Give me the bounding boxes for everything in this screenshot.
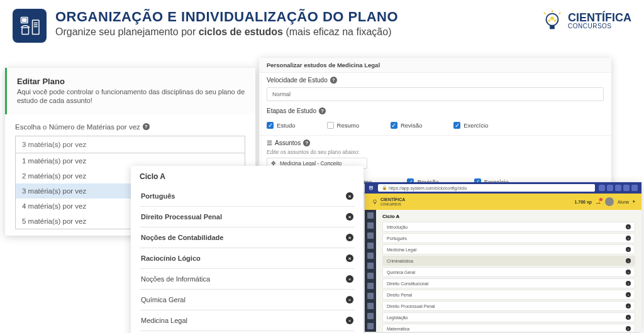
bulb-icon	[540, 9, 564, 33]
ciclo-item[interactable]: Direito Penal›	[382, 290, 635, 300]
svg-point-9	[550, 16, 554, 20]
ciclo-item[interactable]: Legislação›	[382, 312, 635, 322]
panel3-title: Personalizar estudos de Medicina Legal	[259, 58, 611, 73]
shield-icon: ⛨	[369, 185, 374, 191]
remove-icon[interactable]: ×	[346, 192, 353, 200]
velocity-value[interactable]: Normal	[267, 87, 604, 101]
ciclo-row[interactable]: Medicina Legal×	[140, 310, 355, 331]
brand-logo: CIENTÍFICA CONCURSOS	[540, 9, 631, 33]
ciclo-item[interactable]: Direito Processual Penal›	[382, 301, 635, 311]
item-action-icon[interactable]: ›	[626, 303, 631, 308]
page-header: ORGANIZAÇÃO E INDIVIDUALIZAÇÃO DO PLANO …	[0, 0, 644, 49]
svg-line-13	[544, 13, 546, 14]
remove-icon[interactable]: ×	[346, 275, 353, 283]
ciclo-row[interactable]: Noções de Informática×	[140, 269, 355, 290]
page-title: ORGANIZAÇÃO E INDIVIDUALIZAÇÃO DO PLANO	[55, 9, 531, 25]
assuntos-hint: Edite os assuntos do seu plano abaixo:	[267, 149, 604, 155]
remove-icon[interactable]: ×	[346, 296, 353, 303]
user-name[interactable]: Aluna	[618, 200, 629, 204]
brand-sub: CONCURSOS	[568, 23, 631, 30]
ciclo-item[interactable]: Matemática›	[382, 324, 635, 332]
ciclo-a-title: Ciclo A	[131, 166, 364, 186]
ciclo-item[interactable]: Introdução›	[382, 222, 635, 232]
panel-browser: ⛨ 🔒 https://app.system.com/ciclo/config/…	[365, 182, 641, 332]
ext-icon[interactable]	[631, 185, 638, 191]
browser-toolbar: ⛨ 🔒 https://app.system.com/ciclo/config/…	[365, 182, 641, 194]
sidebar-item[interactable]	[367, 293, 374, 299]
help-icon[interactable]: ?	[319, 107, 326, 114]
plan-icon	[13, 9, 47, 43]
ciclo-row[interactable]: Noções de Contabilidade×	[140, 227, 355, 248]
sidebar-item[interactable]	[367, 273, 374, 279]
item-action-icon[interactable]: ›	[626, 258, 631, 263]
panel-ciclo-a: Ciclo A Português×Direito Processual Pen…	[131, 166, 364, 333]
ext-icon[interactable]	[599, 185, 605, 191]
header-text: ORGANIZAÇÃO E INDIVIDUALIZAÇÃO DO PLANO …	[55, 9, 531, 38]
checkbox-estudo[interactable]: ✓Estudo	[267, 122, 296, 129]
sidebar-item[interactable]	[367, 313, 374, 319]
sidebar	[365, 210, 376, 332]
sidebar-item[interactable]	[367, 232, 374, 239]
panel1-desc: Aqui você pode controlar o funcionamento…	[17, 87, 245, 106]
ext-icon[interactable]	[615, 185, 621, 191]
sidebar-item[interactable]	[367, 323, 374, 329]
sidebar-item[interactable]	[367, 283, 374, 289]
svg-point-16	[374, 200, 377, 203]
svg-point-10	[548, 19, 550, 22]
ciclo-item[interactable]: Química Geral›	[382, 267, 635, 277]
sidebar-item[interactable]	[367, 243, 374, 249]
svg-rect-17	[374, 203, 375, 204]
ciclo-item[interactable]: Português›	[382, 233, 635, 243]
ciclo-item[interactable]: Direito Constitucional›	[382, 278, 635, 288]
item-action-icon[interactable]: ›	[626, 247, 631, 252]
checkbox-revisao[interactable]: ✓Revisão	[391, 122, 422, 129]
remove-icon[interactable]: ×	[346, 254, 353, 262]
app-logo[interactable]: CIENTÍFICACONCURSOS	[371, 197, 405, 206]
checkbox-exercicio[interactable]: ✓Exercício	[453, 122, 488, 129]
bell-icon[interactable]: 🔔	[596, 199, 601, 204]
chevron-down-icon[interactable]: ▾	[633, 199, 635, 204]
materias-label: Escolha o Número de Matérias por vez?	[5, 114, 255, 133]
item-action-icon[interactable]: ›	[626, 281, 631, 286]
help-icon[interactable]: ?	[303, 139, 310, 146]
remove-icon[interactable]: ×	[346, 317, 353, 324]
assuntos-label: ☰ Assuntos ?	[267, 139, 604, 146]
materias-select[interactable]: 3 matéria(s) por vez	[15, 136, 245, 153]
app-topbar: CIENTÍFICACONCURSOS 1.700 xp 🔔 Aluna▾	[365, 194, 641, 210]
item-action-icon[interactable]: ›	[626, 224, 631, 229]
ciclo-item[interactable]: Criminalística›	[382, 256, 635, 266]
ext-icon[interactable]	[623, 185, 630, 191]
svg-rect-1	[23, 19, 26, 20]
ciclo-list: Introdução›Português›Medicina Legal›Crim…	[382, 222, 635, 332]
sidebar-item[interactable]	[367, 222, 374, 229]
ciclo-row[interactable]: Raciocínio Lógico×	[140, 248, 355, 269]
item-action-icon[interactable]: ›	[626, 292, 631, 297]
user-xp: 1.700 xp	[574, 200, 592, 204]
item-action-icon[interactable]: ›	[626, 326, 631, 331]
sidebar-item[interactable]	[367, 303, 374, 309]
item-action-icon[interactable]: ›	[626, 270, 631, 275]
brand-name: CIENTÍFICA	[568, 12, 631, 23]
remove-icon[interactable]: ×	[346, 234, 353, 241]
item-action-icon[interactable]: ›	[626, 315, 631, 320]
ciclo-item[interactable]: Medicina Legal›	[382, 244, 635, 254]
sidebar-item[interactable]	[367, 263, 374, 269]
help-icon[interactable]: ?	[330, 77, 337, 84]
avatar[interactable]	[605, 197, 614, 206]
url-bar[interactable]: 🔒 https://app.system.com/ciclo/config/ci…	[378, 184, 595, 192]
help-icon[interactable]: ?	[143, 123, 150, 130]
sidebar-item[interactable]	[367, 212, 374, 219]
sidebar-item[interactable]	[367, 253, 374, 259]
ciclo-title: Ciclo A	[382, 214, 635, 219]
etapas-row: ✓Estudo Resumo ✓Revisão ✓Exercício	[259, 117, 611, 136]
etapas-label: Etapas de Estudo?	[267, 107, 604, 114]
velocity-label: Velocidade de Estudo?	[267, 77, 604, 84]
ext-icon[interactable]	[607, 185, 613, 191]
checkbox-resumo[interactable]: Resumo	[327, 122, 359, 129]
remove-icon[interactable]: ×	[346, 213, 353, 221]
item-action-icon[interactable]: ›	[626, 236, 631, 241]
ciclo-row[interactable]: Português×	[140, 186, 355, 207]
ciclo-row[interactable]: Direito Processual Penal×	[140, 207, 355, 227]
svg-point-11	[554, 19, 557, 22]
ciclo-row[interactable]: Química Geral×	[140, 290, 355, 310]
